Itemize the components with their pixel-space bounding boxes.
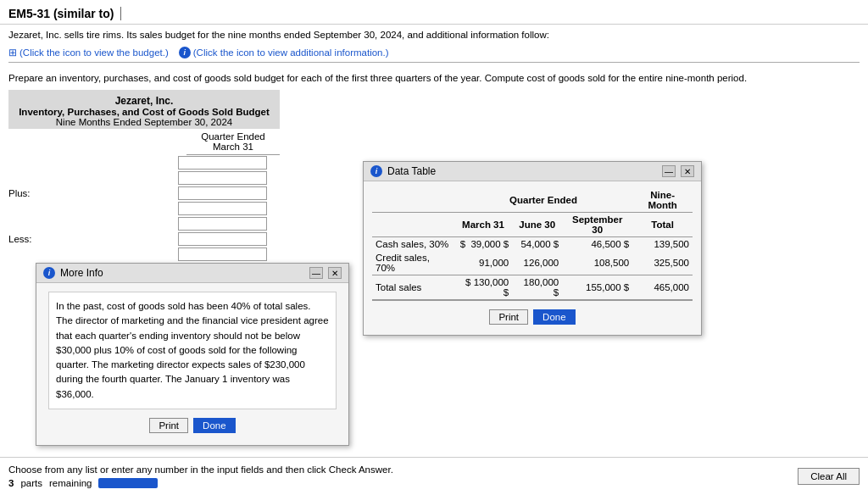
problem-id: EM5-31 (similar to) <box>8 7 121 20</box>
budget-plus-row: Plus: <box>8 186 280 201</box>
company-name: Jezaret, Inc. <box>12 95 276 107</box>
credit-sales-row: Credit sales, 70% 91,000 126,000 108,500… <box>372 251 693 275</box>
budget-less-row: Less: <box>8 231 280 247</box>
data-table-done-button[interactable]: Done <box>533 309 576 325</box>
budget-input-plus2[interactable] <box>178 202 267 215</box>
data-table: Quarter Ended Nine-Month March 31 June 3… <box>372 188 693 301</box>
data-table-minimize-button[interactable]: — <box>662 165 676 177</box>
progress-bar <box>98 478 158 488</box>
march-31-header: March 31 <box>454 213 513 237</box>
september-30-header: September 30 <box>562 213 632 237</box>
total-all: 465,000 <box>632 275 693 301</box>
cash-march: $ 39,000 $ <box>454 237 513 252</box>
info-links: ⊞ (Click the icon to view the budget.) i… <box>0 45 868 62</box>
june-30-header: June 30 <box>512 213 562 237</box>
budget-subtitle: Inventory, Purchases, and Cost of Goods … <box>12 107 276 117</box>
clear-all-button[interactable]: Clear All <box>798 468 860 485</box>
data-table-content: Quarter Ended Nine-Month March 31 June 3… <box>364 181 701 335</box>
more-info-content: In the past, cost of goods sold has been… <box>36 283 348 445</box>
parts-text: parts <box>20 478 42 488</box>
remaining-text: remaining <box>49 478 92 488</box>
credit-june: 126,000 <box>512 251 562 275</box>
budget-period: Nine Months Ended September 30, 2024 <box>12 117 276 127</box>
data-table-info-icon: i <box>370 165 382 177</box>
divider <box>8 62 860 63</box>
total-sales-label: Total sales <box>372 275 454 301</box>
more-info-footer: Print Done <box>48 409 337 437</box>
budget-input-less2[interactable] <box>178 248 267 261</box>
parts-info: 3 parts remaining <box>8 478 393 488</box>
quarter-ended-header: Quarter Ended March 31 <box>186 129 280 155</box>
more-info-titlebar: i More Info — ✕ <box>36 264 348 283</box>
data-table-controls: — ✕ <box>662 165 694 177</box>
budget-input-r2[interactable] <box>178 171 267 185</box>
page-title: EM5-31 (similar to) <box>0 0 868 25</box>
budget-row-2 <box>8 170 280 186</box>
cash-sales-label: Cash sales, 30% <box>372 237 454 252</box>
bottom-bar: Choose from any list or enter any number… <box>0 457 868 495</box>
credit-march: 91,000 <box>454 251 513 275</box>
credit-sales-label: Credit sales, 70% <box>372 251 454 275</box>
plus-label: Plus: <box>8 188 178 198</box>
more-info-text: In the past, cost of goods sold has been… <box>48 292 337 409</box>
budget-input-plus[interactable] <box>178 186 267 200</box>
credit-september: 108,500 <box>562 251 632 275</box>
more-info-minimize-button[interactable]: — <box>309 267 323 279</box>
total-september: 155,000 $ <box>562 275 632 301</box>
budget-row-1 <box>8 155 280 170</box>
cash-september: 46,500 $ <box>562 237 632 252</box>
cash-total: 139,500 <box>632 237 693 252</box>
more-info-icon: i <box>43 267 55 279</box>
more-info-title: i More Info <box>43 267 103 279</box>
quarter-ended-col-header: Quarter Ended <box>454 188 633 213</box>
total-sales-row: Total sales $ 130,000 $ 180,000 $ 155,00… <box>372 275 693 301</box>
problem-description: Jezaret, Inc. sells tire rims. Its sales… <box>0 25 868 45</box>
budget-row-plus2 <box>8 201 280 216</box>
budget-input-less[interactable] <box>178 232 267 246</box>
budget-row-less2 <box>8 247 280 262</box>
bottom-left: Choose from any list or enter any number… <box>8 464 393 488</box>
data-table-print-button[interactable]: Print <box>489 309 528 325</box>
data-table-dialog: i Data Table — ✕ Quarter Ended Nine-Mont… <box>363 161 702 336</box>
grid-icon: ⊞ <box>8 47 17 58</box>
cash-sales-row: Cash sales, 30% $ 39,000 $ 54,000 $ 46,5… <box>372 237 693 252</box>
more-info-controls: — ✕ <box>309 267 342 279</box>
budget-input-r1[interactable] <box>178 156 267 170</box>
budget-link[interactable]: ⊞ (Click the icon to view the budget.) <box>8 47 169 58</box>
more-info-close-button[interactable]: ✕ <box>328 267 342 279</box>
budget-col-header: Quarter Ended March 31 <box>8 129 280 155</box>
data-table-footer: Print Done <box>372 301 693 328</box>
less-label: Less: <box>8 234 178 244</box>
budget-table-container: Jezaret, Inc. Inventory, Purchases, and … <box>8 90 280 277</box>
data-table-titlebar: i Data Table — ✕ <box>364 162 701 181</box>
budget-row-sub <box>8 216 280 231</box>
credit-total: 325,500 <box>632 251 693 275</box>
total-header: Total <box>632 213 693 237</box>
data-table-title: i Data Table <box>370 165 436 177</box>
budget-rows: Plus: Less: <box>8 155 280 277</box>
budget-input-sub[interactable] <box>178 217 267 231</box>
nine-month-col-header: Nine-Month <box>632 188 693 213</box>
more-info-done-button[interactable]: Done <box>193 418 236 433</box>
cash-june: 54,000 $ <box>512 237 562 252</box>
prepare-text: Prepare an inventory, purchases, and cos… <box>0 70 868 90</box>
bottom-instruction: Choose from any list or enter any number… <box>8 464 393 475</box>
more-info-print-button[interactable]: Print <box>149 418 188 433</box>
total-june: 180,000 $ <box>512 275 562 301</box>
dt-sub-header: March 31 June 30 September 30 Total <box>372 213 693 237</box>
info-link[interactable]: i (Click the icon to view additional inf… <box>179 47 389 58</box>
total-march: $ 130,000 $ <box>454 275 513 301</box>
budget-table-header: Jezaret, Inc. Inventory, Purchases, and … <box>8 90 280 129</box>
data-table-close-button[interactable]: ✕ <box>681 165 694 177</box>
dt-header-row: Quarter Ended Nine-Month <box>372 188 693 213</box>
parts-number: 3 <box>8 478 14 488</box>
more-info-dialog: i More Info — ✕ In the past, cost of goo… <box>36 263 349 446</box>
info-icon: i <box>179 47 191 58</box>
